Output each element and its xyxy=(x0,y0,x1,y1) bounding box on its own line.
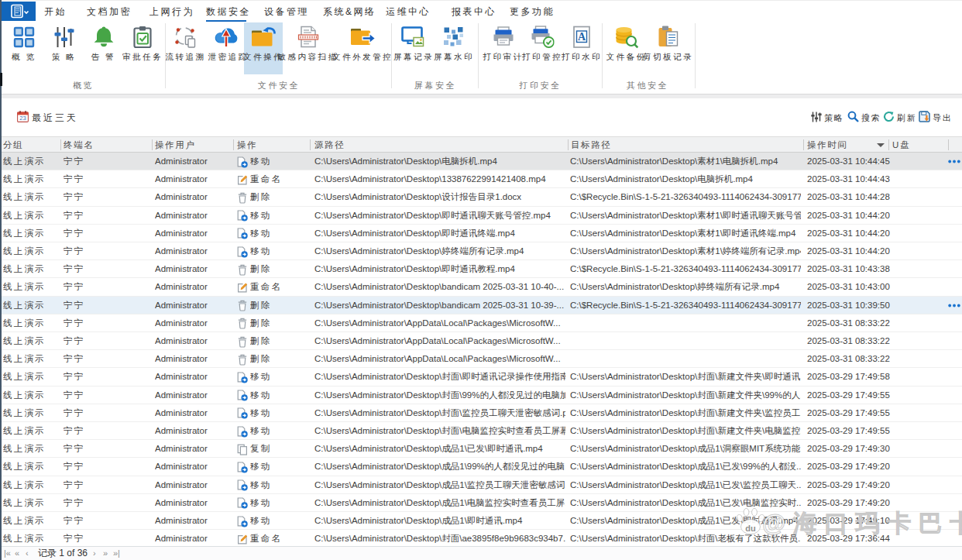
svg-text:23: 23 xyxy=(19,115,26,122)
svg-text:A: A xyxy=(578,31,586,43)
